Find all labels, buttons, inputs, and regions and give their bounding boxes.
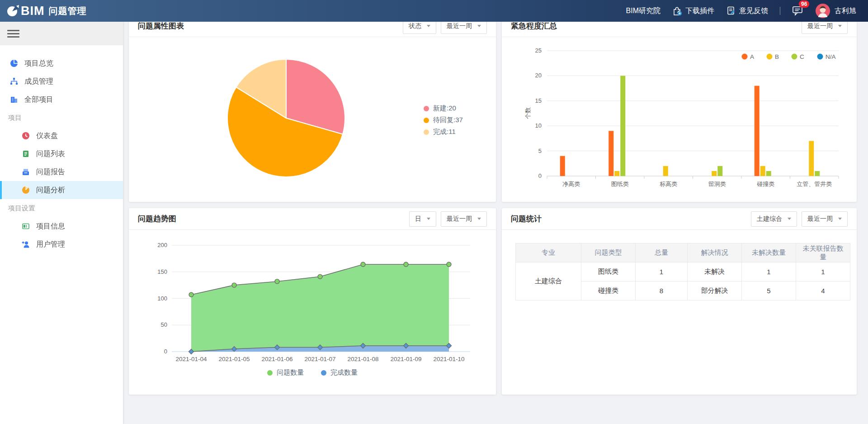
table-cell: 未解决 xyxy=(688,262,742,281)
sidebar-item-label: 项目总览 xyxy=(24,59,53,68)
table-cell: 1 xyxy=(636,262,688,281)
bar-B-标高类 xyxy=(663,166,668,176)
user-menu[interactable]: 古利旭 xyxy=(816,4,856,18)
main-content: 问题属性图表 状态 最近一周 新建:20待回复:37完成:11 紧急程度汇总 xyxy=(123,0,868,395)
sidebar-section-project: 项目 xyxy=(0,109,123,127)
sidebar-item-label: 用户管理 xyxy=(36,240,65,249)
sidebar-item-user-management[interactable]: 用户管理 xyxy=(0,235,123,253)
svg-text:2021-01-06: 2021-01-06 xyxy=(261,356,292,362)
dropdown-value: 最近一周 xyxy=(807,215,833,223)
nav-link-bim-research[interactable]: BIM研究院 xyxy=(626,6,660,16)
sidebar-item-project-overview[interactable]: 项目总览 xyxy=(0,54,123,72)
sidebar-item-label: 仪表盘 xyxy=(36,131,58,141)
legend-label: 问题数量 xyxy=(277,368,304,377)
svg-text:10: 10 xyxy=(535,122,542,129)
panel-issue-stats: 问题统计 土建综合 最近一周 专业问题类型总量解决情况未解决数量未关联报告数量土… xyxy=(502,208,857,395)
discipline-filter-dropdown[interactable]: 土建综合 xyxy=(751,211,797,227)
period-filter-dropdown[interactable]: 最近一周 xyxy=(441,211,487,227)
granularity-filter-dropdown[interactable]: 日 xyxy=(409,211,436,227)
legend-item[interactable]: 完成:11 xyxy=(424,128,463,136)
sidebar-item-label: 项目信息 xyxy=(36,222,65,231)
urgency-bar-chart: 0510152025净高类图纸类标高类留洞类碰撞类立管、管井类个数ABCN/A xyxy=(502,37,857,201)
pie-legend: 新建:20待回复:37完成:11 xyxy=(424,104,463,136)
svg-text:100: 100 xyxy=(157,295,167,302)
table-header-cell: 解决情况 xyxy=(688,243,742,262)
dropdown-value: 最近一周 xyxy=(807,22,833,30)
legend-label: 待回复:37 xyxy=(433,116,463,124)
legend-item[interactable]: B xyxy=(767,53,779,60)
nav-link-feedback[interactable]: 意见反馈 xyxy=(726,6,768,16)
table-cell: 4 xyxy=(796,281,850,300)
nav-divider xyxy=(780,7,780,15)
svg-text:C: C xyxy=(800,53,804,60)
bar-B-立管、管井类 xyxy=(809,141,814,176)
trend-legend: 问题数量完成数量 xyxy=(129,368,496,377)
sidebar-item-label: 全部项目 xyxy=(24,95,53,105)
svg-text:碰撞类: 碰撞类 xyxy=(757,181,774,187)
feedback-icon xyxy=(726,6,736,16)
legend-item[interactable]: A xyxy=(742,53,755,60)
bar-C-图纸类 xyxy=(620,76,625,176)
stats-table: 专业问题类型总量解决情况未解决数量未关联报告数量土建综合图纸类1未解决11碰撞类… xyxy=(515,243,850,300)
legend-label: 完成:11 xyxy=(433,128,456,136)
issue-trend-area-chart: 0501001502002021-01-042021-01-052021-01-… xyxy=(129,230,496,366)
panel-title: 问题统计 xyxy=(511,214,542,224)
svg-text:200: 200 xyxy=(157,242,167,248)
panel-title: 问题属性图表 xyxy=(138,21,184,31)
svg-text:0: 0 xyxy=(538,172,542,179)
qbim-logo[interactable]: BIM 问题管理 xyxy=(6,4,87,18)
svg-text:5: 5 xyxy=(538,148,542,154)
sidebar-item-issue-report[interactable]: 问题报告 xyxy=(0,163,123,181)
logo-brand-text: BIM xyxy=(21,4,45,18)
sidebar-item-issue-list[interactable]: 问题列表 xyxy=(0,145,123,163)
svg-text:A: A xyxy=(750,53,754,60)
table-cell: 部分解决 xyxy=(688,281,742,300)
legend-item[interactable]: 完成数量 xyxy=(321,368,358,377)
legend-item[interactable]: 问题数量 xyxy=(267,368,304,377)
nav-link-download-plugin[interactable]: 下载插件 xyxy=(672,6,714,16)
sidebar-item-project-info[interactable]: 项目信息 xyxy=(0,217,123,235)
message-button[interactable]: 96 xyxy=(792,5,804,16)
legend-item[interactable]: 新建:20 xyxy=(424,104,463,113)
bar-A-净高类 xyxy=(560,156,565,176)
panel-issue-trend: 问题趋势图 日 最近一周 0501001502002021-01-042021-… xyxy=(129,208,496,395)
legend-dot xyxy=(424,129,429,135)
svg-text:50: 50 xyxy=(161,321,167,328)
gauge-icon xyxy=(22,132,30,140)
legend-item[interactable]: C xyxy=(792,53,805,60)
sidebar-item-label: 问题分析 xyxy=(36,186,65,195)
sidebar-item-all-projects[interactable]: 全部项目 xyxy=(0,91,123,109)
period-filter-dropdown[interactable]: 最近一周 xyxy=(802,211,848,227)
svg-text:25: 25 xyxy=(535,47,542,54)
legend-item[interactable]: N/A xyxy=(817,53,836,60)
bar-C-碰撞类 xyxy=(766,171,771,176)
pie-overview-icon xyxy=(10,59,18,67)
svg-text:0: 0 xyxy=(164,348,167,355)
legend-dot xyxy=(321,370,326,376)
svg-text:N/A: N/A xyxy=(826,53,836,60)
legend-item[interactable]: 待回复:37 xyxy=(424,116,463,124)
chevron-down-icon xyxy=(838,218,842,222)
bar-C-留洞类 xyxy=(717,166,722,176)
bar-A-碰撞类 xyxy=(755,86,760,176)
legend-dot xyxy=(424,118,429,123)
dropdown-value: 状态 xyxy=(409,22,421,30)
analysis-pie-icon xyxy=(22,186,30,194)
sidebar-item-dashboard[interactable]: 仪表盘 xyxy=(0,127,123,145)
sidebar-item-label: 成员管理 xyxy=(24,77,53,86)
sidebar-item-member-management[interactable]: 成员管理 xyxy=(0,72,123,91)
svg-text:图纸类: 图纸类 xyxy=(611,181,629,187)
svg-text:净高类: 净高类 xyxy=(562,181,580,187)
report-inbox-icon xyxy=(22,168,30,176)
message-badge: 96 xyxy=(799,0,809,8)
table-cell: 5 xyxy=(742,281,796,300)
sidebar-item-issue-analysis[interactable]: 问题分析 xyxy=(0,181,123,199)
top-navbar: BIM 问题管理 BIM研究院 下载插件 意见反馈 xyxy=(0,0,868,22)
hamburger-button[interactable] xyxy=(7,28,19,39)
table-cell: 8 xyxy=(636,281,688,300)
nav-link-bim-research-label: BIM研究院 xyxy=(626,6,660,16)
chevron-down-icon xyxy=(838,25,842,29)
bar-C-立管、管井类 xyxy=(815,171,820,176)
sidebar: 项目总览 成员管理 全部项目 项目 仪表盘 xyxy=(0,22,123,424)
svg-text:20: 20 xyxy=(535,72,542,79)
